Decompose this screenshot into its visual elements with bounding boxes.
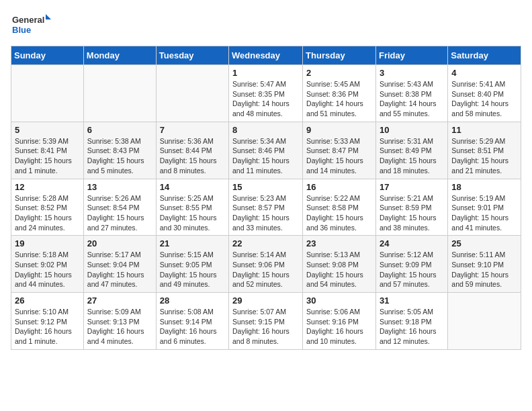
day-info: Sunrise: 5:29 AM Sunset: 8:51 PM Dayligh…	[451, 136, 517, 176]
calendar-cell	[448, 293, 521, 350]
day-number: 6	[87, 125, 152, 135]
day-info: Sunrise: 5:19 AM Sunset: 9:01 PM Dayligh…	[451, 193, 517, 233]
day-number: 8	[232, 125, 299, 135]
logo-svg: General Blue	[11, 11, 51, 38]
calendar-cell: 18Sunrise: 5:19 AM Sunset: 9:01 PM Dayli…	[448, 179, 521, 236]
calendar-week-2: 5Sunrise: 5:39 AM Sunset: 8:41 PM Daylig…	[11, 122, 521, 179]
day-info: Sunrise: 5:08 AM Sunset: 9:14 PM Dayligh…	[160, 307, 225, 347]
weekday-header-row: SundayMondayTuesdayWednesdayThursdayFrid…	[11, 46, 521, 65]
day-number: 12	[15, 182, 80, 192]
calendar-cell	[156, 65, 228, 122]
day-number: 29	[232, 295, 299, 306]
calendar-cell: 15Sunrise: 5:23 AM Sunset: 8:57 PM Dayli…	[229, 179, 303, 236]
day-info: Sunrise: 5:47 AM Sunset: 8:35 PM Dayligh…	[232, 79, 299, 119]
calendar-cell: 16Sunrise: 5:22 AM Sunset: 8:58 PM Dayli…	[303, 179, 376, 236]
svg-text:General: General	[12, 15, 44, 25]
day-number: 31	[380, 295, 444, 306]
calendar-cell: 17Sunrise: 5:21 AM Sunset: 8:59 PM Dayli…	[375, 179, 447, 236]
calendar-cell	[11, 65, 84, 122]
day-info: Sunrise: 5:25 AM Sunset: 8:55 PM Dayligh…	[160, 193, 225, 233]
weekday-header-saturday: Saturday	[448, 46, 521, 65]
calendar-cell: 2Sunrise: 5:45 AM Sunset: 8:36 PM Daylig…	[303, 65, 376, 122]
day-info: Sunrise: 5:31 AM Sunset: 8:49 PM Dayligh…	[380, 136, 444, 176]
day-info: Sunrise: 5:39 AM Sunset: 8:41 PM Dayligh…	[15, 136, 80, 176]
calendar-cell: 31Sunrise: 5:05 AM Sunset: 9:18 PM Dayli…	[375, 293, 447, 350]
day-number: 4	[451, 68, 517, 78]
day-info: Sunrise: 5:15 AM Sunset: 9:05 PM Dayligh…	[160, 250, 225, 289]
day-number: 15	[232, 182, 299, 192]
day-info: Sunrise: 5:26 AM Sunset: 8:54 PM Dayligh…	[87, 193, 152, 233]
day-info: Sunrise: 5:22 AM Sunset: 8:58 PM Dayligh…	[306, 193, 372, 233]
day-info: Sunrise: 5:41 AM Sunset: 8:40 PM Dayligh…	[451, 79, 517, 119]
day-number: 7	[160, 125, 225, 135]
day-info: Sunrise: 5:45 AM Sunset: 8:36 PM Dayligh…	[306, 79, 372, 119]
calendar-cell: 27Sunrise: 5:09 AM Sunset: 9:13 PM Dayli…	[83, 293, 156, 350]
day-info: Sunrise: 5:21 AM Sunset: 8:59 PM Dayligh…	[380, 193, 444, 233]
weekday-header-sunday: Sunday	[11, 46, 84, 65]
weekday-header-friday: Friday	[375, 46, 447, 65]
day-info: Sunrise: 5:09 AM Sunset: 9:13 PM Dayligh…	[87, 307, 152, 347]
calendar-cell: 10Sunrise: 5:31 AM Sunset: 8:49 PM Dayli…	[375, 122, 447, 179]
calendar-cell: 30Sunrise: 5:06 AM Sunset: 9:16 PM Dayli…	[303, 293, 376, 350]
day-info: Sunrise: 5:10 AM Sunset: 9:12 PM Dayligh…	[15, 307, 80, 347]
day-number: 3	[380, 68, 444, 78]
day-number: 16	[306, 182, 372, 192]
calendar-cell: 14Sunrise: 5:25 AM Sunset: 8:55 PM Dayli…	[156, 179, 228, 236]
day-info: Sunrise: 5:36 AM Sunset: 8:44 PM Dayligh…	[160, 136, 225, 176]
day-number: 18	[451, 182, 517, 192]
day-info: Sunrise: 5:43 AM Sunset: 8:38 PM Dayligh…	[380, 79, 444, 119]
calendar-cell: 25Sunrise: 5:11 AM Sunset: 9:10 PM Dayli…	[448, 236, 521, 293]
weekday-header-thursday: Thursday	[303, 46, 376, 65]
day-number: 30	[306, 295, 372, 306]
calendar-table: SundayMondayTuesdayWednesdayThursdayFrid…	[11, 46, 521, 350]
day-number: 10	[380, 125, 444, 135]
day-info: Sunrise: 5:17 AM Sunset: 9:04 PM Dayligh…	[87, 250, 152, 289]
calendar-week-3: 12Sunrise: 5:28 AM Sunset: 8:52 PM Dayli…	[11, 179, 521, 236]
day-info: Sunrise: 5:05 AM Sunset: 9:18 PM Dayligh…	[380, 307, 444, 347]
calendar-cell: 3Sunrise: 5:43 AM Sunset: 8:38 PM Daylig…	[375, 65, 447, 122]
calendar-cell: 4Sunrise: 5:41 AM Sunset: 8:40 PM Daylig…	[448, 65, 521, 122]
calendar-cell: 26Sunrise: 5:10 AM Sunset: 9:12 PM Dayli…	[11, 293, 84, 350]
calendar-week-5: 26Sunrise: 5:10 AM Sunset: 9:12 PM Dayli…	[11, 293, 521, 350]
day-number: 9	[306, 125, 372, 135]
calendar-cell: 5Sunrise: 5:39 AM Sunset: 8:41 PM Daylig…	[11, 122, 84, 179]
day-number: 24	[380, 238, 444, 248]
calendar-cell	[83, 65, 156, 122]
day-number: 19	[15, 238, 80, 248]
calendar-cell: 23Sunrise: 5:13 AM Sunset: 9:08 PM Dayli…	[303, 236, 376, 293]
day-info: Sunrise: 5:34 AM Sunset: 8:46 PM Dayligh…	[232, 136, 299, 176]
day-number: 28	[160, 295, 225, 306]
day-info: Sunrise: 5:11 AM Sunset: 9:10 PM Dayligh…	[451, 250, 517, 289]
calendar-week-1: 1Sunrise: 5:47 AM Sunset: 8:35 PM Daylig…	[11, 65, 521, 122]
day-number: 17	[380, 182, 444, 192]
calendar-cell: 28Sunrise: 5:08 AM Sunset: 9:14 PM Dayli…	[156, 293, 228, 350]
svg-marker-2	[46, 14, 51, 19]
day-number: 1	[232, 68, 299, 78]
day-info: Sunrise: 5:28 AM Sunset: 8:52 PM Dayligh…	[15, 193, 80, 233]
day-number: 5	[15, 125, 80, 135]
svg-text:Blue: Blue	[12, 25, 31, 35]
day-number: 21	[160, 238, 225, 248]
calendar-cell: 22Sunrise: 5:14 AM Sunset: 9:06 PM Dayli…	[229, 236, 303, 293]
calendar-cell: 7Sunrise: 5:36 AM Sunset: 8:44 PM Daylig…	[156, 122, 228, 179]
calendar-cell: 13Sunrise: 5:26 AM Sunset: 8:54 PM Dayli…	[83, 179, 156, 236]
day-number: 22	[232, 238, 299, 248]
calendar-cell: 12Sunrise: 5:28 AM Sunset: 8:52 PM Dayli…	[11, 179, 84, 236]
day-number: 20	[87, 238, 152, 248]
calendar-cell: 21Sunrise: 5:15 AM Sunset: 9:05 PM Dayli…	[156, 236, 228, 293]
calendar-week-4: 19Sunrise: 5:18 AM Sunset: 9:02 PM Dayli…	[11, 236, 521, 293]
day-info: Sunrise: 5:12 AM Sunset: 9:09 PM Dayligh…	[380, 250, 444, 289]
day-info: Sunrise: 5:33 AM Sunset: 8:47 PM Dayligh…	[306, 136, 372, 176]
day-number: 2	[306, 68, 372, 78]
calendar-cell: 11Sunrise: 5:29 AM Sunset: 8:51 PM Dayli…	[448, 122, 521, 179]
day-number: 11	[451, 125, 517, 135]
weekday-header-tuesday: Tuesday	[156, 46, 228, 65]
logo: General Blue	[11, 11, 51, 38]
calendar-cell: 24Sunrise: 5:12 AM Sunset: 9:09 PM Dayli…	[375, 236, 447, 293]
weekday-header-wednesday: Wednesday	[229, 46, 303, 65]
day-info: Sunrise: 5:13 AM Sunset: 9:08 PM Dayligh…	[306, 250, 372, 289]
day-info: Sunrise: 5:14 AM Sunset: 9:06 PM Dayligh…	[232, 250, 299, 289]
day-number: 23	[306, 238, 372, 248]
calendar-cell: 1Sunrise: 5:47 AM Sunset: 8:35 PM Daylig…	[229, 65, 303, 122]
day-info: Sunrise: 5:38 AM Sunset: 8:43 PM Dayligh…	[87, 136, 152, 176]
